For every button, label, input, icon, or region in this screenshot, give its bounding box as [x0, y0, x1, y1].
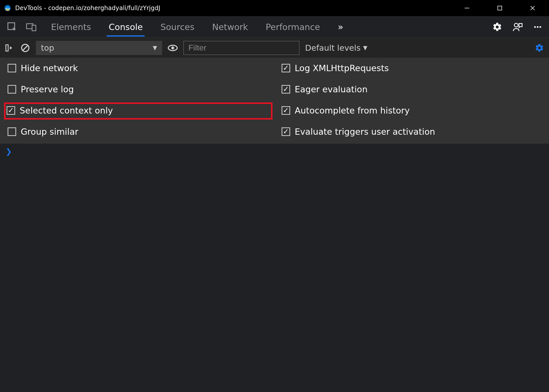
console-settings-panel: Hide network Preserve log Selected conte… [0, 58, 549, 144]
checkbox[interactable] [282, 127, 290, 136]
setting-label: Group similar [21, 127, 78, 137]
svg-rect-8 [32, 25, 36, 31]
setting-label: Log XMLHttpRequests [295, 63, 389, 73]
inspect-element-icon[interactable] [5, 19, 20, 35]
log-levels-label: Default levels [305, 43, 361, 53]
toggle-sidebar-icon[interactable] [5, 43, 15, 53]
setting-eager-evaluation[interactable]: Eager evaluation [280, 83, 543, 95]
svg-rect-1 [6, 9, 9, 10]
checkbox[interactable] [282, 106, 290, 115]
minimize-button[interactable] [451, 0, 483, 16]
feedback-icon[interactable] [511, 21, 524, 33]
tab-sources[interactable]: Sources [155, 19, 199, 35]
setting-hide-network[interactable]: Hide network [6, 62, 269, 74]
console-toolbar: top ▼ Default levels ▼ [0, 38, 549, 58]
settings-gear-icon[interactable] [491, 21, 504, 33]
setting-label: Selected context only [20, 105, 113, 116]
tab-list: Elements Console Sources Network Perform… [46, 19, 491, 35]
settings-left-column: Hide network Preserve log Selected conte… [6, 62, 269, 138]
context-selector[interactable]: top ▼ [36, 41, 162, 55]
setting-label: Autocomplete from history [295, 105, 410, 116]
checkbox[interactable] [8, 127, 16, 136]
checkbox[interactable] [282, 64, 290, 72]
setting-evaluate-user-activation[interactable]: Evaluate triggers user activation [280, 126, 543, 138]
setting-label: Preserve log [21, 84, 74, 94]
setting-selected-context-only[interactable]: Selected context only [4, 102, 272, 120]
tab-console[interactable]: Console [104, 19, 148, 35]
window-titlebar: DevTools - codepen.io/zoherghadyali/full… [0, 0, 549, 16]
checkbox[interactable] [282, 85, 290, 94]
setting-label: Evaluate triggers user activation [295, 127, 435, 137]
svg-line-15 [22, 45, 28, 51]
setting-label: Eager evaluation [295, 84, 367, 94]
svg-point-10 [534, 26, 536, 28]
checkbox[interactable] [8, 64, 16, 72]
window-controls [451, 0, 549, 16]
setting-group-similar[interactable]: Group similar [6, 126, 269, 138]
close-button[interactable] [516, 0, 549, 16]
chevron-down-icon: ▼ [153, 45, 157, 51]
svg-rect-3 [498, 6, 502, 10]
more-options-icon[interactable] [531, 21, 544, 33]
chevron-down-icon: ▼ [363, 45, 367, 51]
setting-preserve-log[interactable]: Preserve log [6, 83, 269, 95]
context-label: top [41, 43, 54, 53]
setting-autocomplete-history[interactable]: Autocomplete from history [280, 104, 543, 117]
console-prompt-icon: ❯ [6, 147, 12, 156]
tab-performance[interactable]: Performance [261, 19, 325, 35]
filter-input[interactable] [183, 41, 300, 55]
svg-rect-13 [6, 45, 8, 51]
tab-network[interactable]: Network [207, 19, 253, 35]
console-settings-gear-icon[interactable] [534, 43, 544, 53]
checkbox[interactable] [7, 106, 15, 115]
live-expression-icon[interactable] [168, 43, 178, 53]
setting-log-xhr[interactable]: Log XMLHttpRequests [280, 62, 543, 74]
device-toolbar-icon[interactable] [24, 19, 39, 35]
tabs-overflow-button[interactable]: » [333, 22, 348, 32]
window-title: DevTools - codepen.io/zoherghadyali/full… [15, 5, 451, 12]
checkbox[interactable] [8, 85, 16, 94]
app-icon [4, 5, 11, 12]
tab-elements[interactable]: Elements [46, 19, 96, 35]
clear-console-icon[interactable] [20, 43, 30, 53]
settings-right-column: Log XMLHttpRequests Eager evaluation Aut… [280, 62, 543, 138]
svg-point-12 [539, 26, 541, 28]
log-levels-selector[interactable]: Default levels ▼ [305, 43, 367, 53]
svg-point-11 [537, 26, 539, 28]
maximize-button[interactable] [483, 0, 516, 16]
svg-point-17 [171, 46, 174, 49]
setting-label: Hide network [21, 63, 78, 73]
svg-point-9 [514, 23, 518, 27]
devtools-tabbar: Elements Console Sources Network Perform… [0, 16, 549, 38]
console-body[interactable]: ❯ [0, 144, 549, 392]
